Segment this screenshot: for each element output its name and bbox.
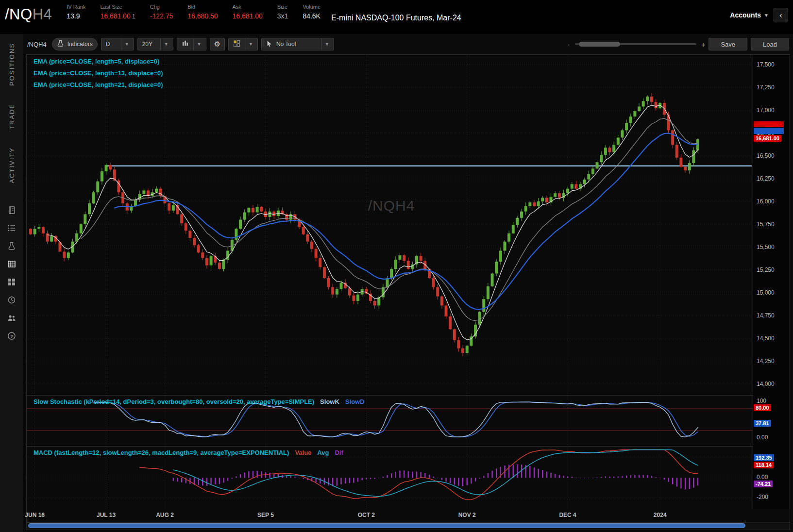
quote-field-value: -122.75 (150, 12, 173, 20)
quote-fields: IV Rank13.9Last Size16,681.00 1Chg-122.7… (52, 4, 321, 20)
price-tick-label: 17,500 (757, 61, 775, 68)
chart-settings-button[interactable]: ⚙ (210, 38, 225, 50)
time-axis: JUN 16JUL 13AUG 2SEP 5OCT 2NOV 2DEC 4202… (27, 509, 753, 522)
chart-area: EMA (price=CLOSE, length=5, displace=0)E… (26, 54, 790, 530)
chart-watermark: /NQH4 (368, 198, 415, 214)
price-tick-label: 15,500 (757, 244, 775, 250)
help-icon[interactable]: ? (7, 331, 17, 341)
flask-icon[interactable] (7, 241, 17, 251)
time-tick-oct-2: OCT 2 (358, 512, 375, 518)
table-icon[interactable] (7, 259, 17, 269)
toolbar-symbol: /NQH4 (27, 41, 47, 48)
symbol-root: /NQ (5, 6, 33, 23)
header-right: Accounts ▼ ‹ (730, 8, 788, 22)
sidebar-tab-activity[interactable]: ACTIVITY (8, 147, 16, 183)
sidebar-tab-trade[interactable]: TRADE (8, 103, 16, 130)
journal-icon[interactable] (7, 205, 17, 215)
price-tick-label: 14,500 (757, 335, 775, 342)
macd-study-label: MACD (fastLength=12, slowLength=26, macd… (34, 449, 343, 456)
clock-icon[interactable] (7, 295, 17, 305)
chevron-down-icon: ▼ (160, 38, 169, 50)
chart-column: /NQH4 Indicators D ▼ 20Y ▼ ▼ ⚙ (23, 34, 793, 532)
axis-badge-partial-blue (754, 128, 784, 134)
price-tick-label: 14,000 (757, 381, 775, 387)
stoch-axis-label: 0.00 (757, 434, 768, 441)
sidebar-tab-positions[interactable]: POSITIONS (8, 43, 16, 86)
stoch-axis-label: 100 (757, 398, 766, 404)
price-tick-label: 16,500 (757, 152, 775, 159)
quote-value-text: 16,680.50 (187, 12, 218, 20)
scrollbar-thumb[interactable] (28, 523, 745, 528)
quote-value-text: 13.9 (67, 12, 80, 20)
zoom-in-button[interactable]: + (701, 40, 706, 49)
price-chart[interactable] (27, 55, 753, 395)
time-tick-2024: 2024 (654, 512, 667, 518)
grid-icon[interactable] (7, 277, 17, 287)
macd-badge: 118.14 (754, 462, 774, 468)
timeframe-dropdown[interactable]: D ▼ (101, 38, 134, 50)
sidebar-icon-strip: ? (7, 205, 17, 341)
quote-field-label: Chg (150, 4, 173, 10)
zoom-control: - + (568, 40, 706, 49)
ema-label: EMA (price=CLOSE, length=13, displace=0) (34, 69, 163, 77)
chart-scrollbar[interactable] (27, 522, 790, 529)
stochastic-panel[interactable]: Slow Stochastic (kPeriod=14, dPeriod=3, … (27, 395, 753, 446)
list-icon[interactable] (7, 223, 17, 233)
zoom-slider[interactable] (575, 43, 696, 45)
chevron-down-icon: ▼ (121, 38, 129, 50)
price-tick-label: 14,750 (757, 312, 775, 319)
zoom-slider-thumb[interactable] (579, 42, 620, 47)
macd-panel[interactable]: MACD (fastLength=12, slowLength=26, macd… (27, 446, 753, 509)
symbol-month-code: H4 (33, 6, 52, 23)
quote-value-text: 3x1 (277, 12, 288, 20)
quote-field-label: Size (277, 4, 288, 10)
load-button[interactable]: Load (751, 38, 789, 50)
save-button[interactable]: Save (709, 38, 747, 50)
chevron-down-icon: ▼ (193, 38, 202, 50)
quote-value-suffix: 1 (131, 13, 135, 20)
tool-label: No Tool (276, 41, 317, 48)
chevron-left-icon: ‹ (779, 10, 782, 20)
people-icon[interactable] (7, 313, 17, 323)
price-panel[interactable]: EMA (price=CLOSE, length=5, displace=0)E… (27, 55, 753, 395)
legend-dif: Dif (335, 449, 343, 456)
last-price-badge: 16,681.00 (754, 135, 781, 142)
chevron-down-icon: ▼ (764, 13, 769, 18)
main-body: POSITIONSTRADEACTIVITY? /NQH4 Indicators… (0, 34, 793, 532)
ema-label: EMA (price=CLOSE, length=5, displace=0) (34, 58, 163, 65)
quote-field-value: 13.9 (67, 12, 85, 20)
quote-field-label: Volume (303, 4, 321, 10)
symbol-title: /NQH4 (5, 6, 52, 23)
zoom-out-button[interactable]: - (568, 40, 570, 49)
price-axis: 17,50017,25017,00016,75016,50016,25016,0… (753, 55, 790, 509)
quote-field-value: 84.6K (303, 12, 321, 20)
app-root: /NQH4 IV Rank13.9Last Size16,681.00 1Chg… (0, 0, 793, 532)
indicators-label: Indicators (67, 41, 93, 48)
time-tick-aug-2: AUG 2 (156, 512, 174, 518)
drawing-tool-dropdown[interactable]: No Tool ▼ (261, 38, 334, 50)
quote-field-ask: Ask16,681.00 (233, 4, 263, 20)
ema-label: EMA (price=CLOSE, length=21, displace=0) (34, 81, 163, 88)
macd-axis-label: 0.00 (757, 474, 768, 481)
legend-slowk: SlowK (320, 398, 339, 405)
quote-value-text: 84.6K (303, 12, 321, 20)
layout-dropdown[interactable]: ▼ (228, 38, 258, 50)
axis-badge-partial-red (754, 121, 784, 127)
quote-field-label: Ask (233, 4, 263, 10)
legend-avg: Avg (317, 449, 329, 456)
collapse-panel-button[interactable]: ‹ (774, 8, 788, 22)
chart-style-dropdown[interactable]: ▼ (177, 38, 206, 50)
price-tick-label: 15,250 (757, 266, 775, 273)
flask-icon (57, 40, 64, 49)
accounts-label: Accounts (730, 11, 761, 19)
stoch-badge: 37.81 (754, 420, 771, 427)
price-tick-label: 15,000 (757, 289, 775, 296)
legend-slowd: SlowD (345, 398, 365, 405)
indicators-button[interactable]: Indicators (52, 38, 98, 50)
time-tick-jun-16: JUN 16 (25, 512, 45, 518)
time-tick-jul-13: JUL 13 (97, 512, 116, 518)
quote-field-label: Last Size (100, 4, 135, 10)
gear-icon: ⚙ (214, 40, 220, 49)
accounts-menu[interactable]: Accounts ▼ (730, 11, 769, 19)
range-dropdown[interactable]: 20Y ▼ (137, 38, 173, 50)
